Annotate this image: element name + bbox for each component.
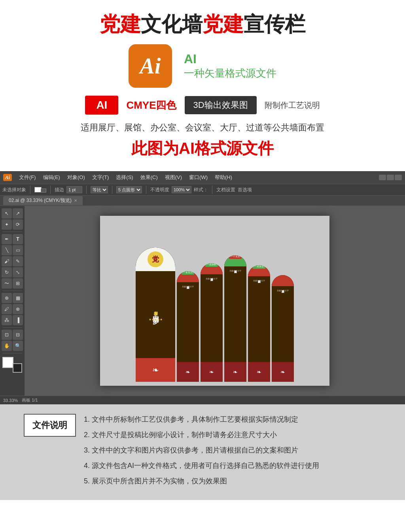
pencil-tool[interactable]: ✎: [13, 256, 23, 266]
ai-document-tab[interactable]: 02.ai @ 33.33% (CMYK/预览) ✕: [3, 196, 83, 205]
menu-text[interactable]: 文字(T): [89, 173, 112, 182]
cloud-decoration: ❧: [152, 365, 159, 375]
type-tool[interactable]: T: [13, 234, 23, 244]
no-selection-label: 未选择对象: [2, 187, 26, 193]
lasso-tool[interactable]: ⟳: [13, 219, 23, 230]
shape-builder-tool[interactable]: ⊕: [2, 293, 12, 303]
status-artboard: 画板 1/1: [22, 397, 38, 403]
toolbar-sep4: [112, 186, 112, 194]
prefs[interactable]: 首选项: [238, 187, 252, 193]
tool-row-1: ↖ ↗: [2, 208, 23, 219]
main-panel-body: 乡村振兴 中国梦 ★★★★★: [136, 271, 175, 358]
color-boxes: [2, 357, 22, 373]
tool-row-5: 🖌 ✎: [2, 256, 23, 266]
sub-panel-5-bottom: ❧: [272, 362, 294, 382]
cloud-deco-1: ❧: [185, 369, 190, 375]
shape-select[interactable]: 5 点圆形: [116, 186, 142, 193]
sub-panel-1-body: 乡村生态振兴 党建内容文字: [177, 282, 199, 362]
tool-row-12: ✋ 🔍: [2, 341, 23, 351]
artboard-tool[interactable]: ⊡: [2, 330, 12, 340]
tool-row-3: ✒ T: [2, 234, 23, 244]
ai-canvas-area: ↖ ↗ ✦ ⟳ ✒ T ╲ ▭ 🖌 ✎ ↻ ⤡: [0, 206, 405, 396]
file-note-list: 1. 文件中所标制作工艺仅供参考，具体制作工艺要根据实际情况制定 2. 文件尺寸…: [84, 414, 381, 490]
sub-panel-1-tag: 一名党员: [182, 271, 194, 275]
style-label: 样式：: [194, 187, 208, 193]
menu-edit[interactable]: 编辑(E): [40, 173, 63, 182]
sub-panel-2-body: 乡村产业振兴 党建内容文字: [201, 274, 223, 362]
file-note-row: 文件说明 1. 文件中所标制作工艺仅供参考，具体制作工艺要根据实际情况制定 2.…: [24, 414, 381, 490]
sub-panel-5-body: 乡村人才振兴 党建内容文字: [272, 286, 294, 362]
cloud-deco-5: ❧: [280, 369, 285, 375]
window-minimize[interactable]: [379, 175, 386, 180]
menu-object[interactable]: 对象(O): [64, 173, 88, 182]
symbol-spray-tool[interactable]: ⁂: [2, 315, 12, 325]
stroke-color[interactable]: [41, 189, 46, 192]
cloud-deco-2: ❧: [209, 369, 214, 375]
menu-view[interactable]: 视图(V): [162, 173, 185, 182]
menu-window[interactable]: 窗口(W): [186, 173, 211, 182]
direct-selection-tool[interactable]: ↗: [13, 208, 23, 219]
column-graph-tool[interactable]: ▐: [13, 315, 23, 325]
main-panel-stars: ★★★★★: [149, 318, 163, 321]
menu-effect[interactable]: 效果(C): [137, 173, 161, 182]
rect-tool[interactable]: ▭: [13, 245, 23, 255]
menu-help[interactable]: 帮助(H): [212, 173, 235, 182]
sub-panel-2-text: 党建内容文字: [206, 277, 218, 280]
title-part2-black: 宣传栏: [244, 13, 305, 36]
stroke-input[interactable]: [66, 186, 82, 193]
toolbar-sep5: [146, 186, 146, 194]
zoom-tool[interactable]: 🔍: [13, 341, 23, 351]
main-panel-top: 党: [136, 247, 175, 271]
opacity-select[interactable]: 100%: [172, 186, 191, 193]
doc-settings[interactable]: 文档设置: [216, 187, 235, 193]
brush-tool[interactable]: 🖌: [2, 256, 12, 266]
free-transform-tool[interactable]: ⊞: [13, 278, 23, 289]
sub-panel-2-bottom: ❧: [201, 362, 223, 382]
tab-close[interactable]: ✕: [74, 198, 77, 203]
sub-panel-3-bottom: ❧: [224, 362, 246, 382]
ai-description: AI 一种矢量格式源文件: [184, 52, 276, 80]
tool-row-6: ↻ ⤡: [2, 267, 23, 277]
ai-menubar: Ai 文件(F) 编辑(E) 对象(O) 文字(T) 选择(S) 效果(C) 视…: [0, 171, 405, 184]
gradient-tool[interactable]: ▦: [13, 293, 23, 303]
ai-app-icon: Ai: [3, 174, 12, 181]
menu-file[interactable]: 文件(F): [16, 173, 39, 182]
sub-panel-4: 一座堡垒 乡村组织振兴 党建内容文字 ❧: [248, 265, 270, 382]
file-note-item-4: 4. 源文件包含AI一种文件格式，使用者可自行选择自己熟悉的软件进行使用: [84, 460, 381, 472]
sub-panel-4-body: 乡村组织振兴 党建内容文字: [248, 276, 270, 362]
file-note-item-2: 2. 文件尺寸是投稿比例缩小设计，制作时请务必注意尺寸大小: [84, 429, 381, 441]
tool-sep1: [2, 232, 22, 232]
slice-tool[interactable]: ⊟: [13, 330, 23, 340]
file-note-item-3: 3. 文件中的文字和图片内容仅供参考，图片请根据自己的文案和图片: [84, 445, 381, 456]
ratio-select[interactable]: 等比: [91, 186, 108, 193]
scale-tool[interactable]: ⤡: [13, 267, 23, 277]
tool-row-7: 〜 ⊞: [2, 278, 23, 289]
pen-tool[interactable]: ✒: [2, 234, 12, 244]
sub-panel-3-tag: 一个支部: [229, 255, 242, 259]
hand-tool[interactable]: ✋: [2, 341, 12, 351]
selection-tool[interactable]: ↖: [2, 208, 12, 219]
top-section: 党建文化墙党建宣传栏 Ai AI 一种矢量格式源文件 AI CMYE四色 3D输…: [0, 0, 405, 171]
rotate-tool[interactable]: ↻: [2, 267, 12, 277]
bottom-section: 文件说明 1. 文件中所标制作工艺仅供参考，具体制作工艺要根据实际情况制定 2.…: [0, 404, 405, 500]
menu-select[interactable]: 选择(S): [113, 173, 136, 182]
foreground-color[interactable]: [2, 357, 13, 368]
magic-wand-tool[interactable]: ✦: [2, 219, 12, 230]
blend-tool[interactable]: ⊗: [13, 304, 23, 314]
background-color[interactable]: [13, 363, 22, 373]
ai-tools-panel: ↖ ↗ ✦ ⟳ ✒ T ╲ ▭ 🖌 ✎ ↻ ⤡: [0, 206, 25, 396]
sub-panel-5-text: 党建内容文字: [277, 289, 289, 292]
warp-tool[interactable]: 〜: [2, 278, 12, 289]
line-tool[interactable]: ╲: [2, 245, 12, 255]
title-part2-red: 党建: [202, 13, 244, 36]
ai-icon-text: Ai: [140, 53, 161, 79]
window-close[interactable]: [395, 175, 402, 180]
tab-label: 02.ai @ 33.33% (CMYK/预览): [9, 197, 72, 204]
window-maximize[interactable]: [387, 175, 394, 180]
file-note-item-5: 5. 展示页中所含图片并不为实物，仅为效果图: [84, 475, 381, 487]
cloud-deco-4: ❧: [257, 369, 261, 375]
ai-statusbar: 33.33% 画板 1/1: [0, 396, 405, 404]
cmyk-badge: CMYE四色: [126, 98, 176, 112]
eyedropper-tool[interactable]: 🖊: [2, 304, 12, 314]
sub-panel-3-text: 党建内容文字: [229, 270, 241, 272]
